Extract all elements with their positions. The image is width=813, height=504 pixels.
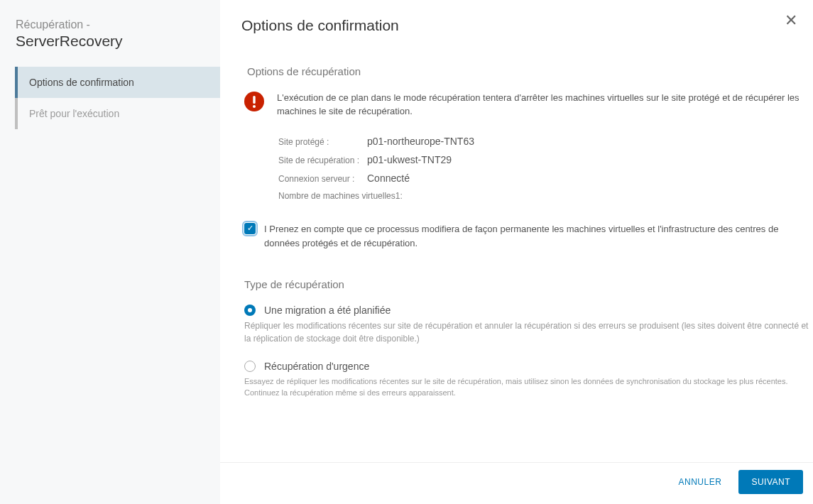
detail-row-recovery-site: Site de récupération : p01-ukwest-TNT29 — [278, 154, 813, 165]
warning-icon — [244, 92, 264, 114]
radio-selected-icon — [244, 305, 256, 316]
check-icon: ✓ — [247, 224, 253, 232]
footer: ANNULER SUIVANT — [220, 462, 813, 504]
next-button[interactable]: SUIVANT — [738, 470, 803, 494]
breadcrumb: Récupération - — [16, 18, 204, 31]
section-recovery-options-heading: Options de récupération — [241, 65, 813, 77]
radio-planned-desc: Répliquer les modifications récentes sur… — [241, 320, 813, 345]
section-recovery-type-heading: Type de récupération — [241, 278, 813, 290]
sidebar-steps: Options de confirmation Prêt pour l'exéc… — [15, 67, 220, 129]
radio-emergency-recovery[interactable]: Récupération d'urgence — [241, 361, 813, 372]
close-button[interactable]: ✕ — [785, 13, 797, 28]
acknowledge-label: I Prenez en compte que ce processus modi… — [264, 222, 813, 252]
detail-label: Connexion serveur : — [278, 174, 367, 184]
page-title: ServerRecovery — [16, 33, 204, 50]
detail-row-protected-site: Site protégé : p01-northeurope-TNT63 — [278, 136, 813, 147]
sidebar-step-label: Prêt pour l'exécution — [29, 108, 119, 119]
detail-label: Nombre de machines virtuelles1: — [278, 191, 403, 201]
detail-row-server-connection: Connexion serveur : Connecté — [278, 172, 813, 184]
radio-label: Récupération d'urgence — [264, 361, 369, 372]
sidebar-step-label: Options de confirmation — [29, 77, 134, 88]
radio-label: Une migration a été planifiée — [264, 305, 391, 316]
ack-text: Prenez en compte que ce processus modifi… — [264, 224, 778, 249]
sidebar-header: Récupération - ServerRecovery — [0, 13, 220, 67]
detail-label: Site de récupération : — [278, 155, 367, 165]
detail-value: Connecté — [367, 172, 410, 184]
main-title: Options de confirmation — [241, 17, 813, 34]
detail-block: Site protégé : p01-northeurope-TNT63 Sit… — [278, 136, 813, 201]
detail-row-vm-count: Nombre de machines virtuelles1: — [278, 191, 813, 201]
cancel-button[interactable]: ANNULER — [666, 470, 735, 494]
warning-row: L'exécution de ce plan dans le mode récu… — [241, 92, 813, 119]
acknowledge-checkbox-row: ✓ I Prenez en compte que ce processus mo… — [241, 222, 813, 252]
radio-emergency-desc: Essayez de répliquer les modifications r… — [241, 376, 813, 399]
acknowledge-checkbox[interactable]: ✓ — [244, 223, 256, 234]
detail-value: p01-northeurope-TNT63 — [367, 136, 474, 147]
svg-rect-1 — [253, 96, 255, 104]
detail-label: Site protégé : — [278, 137, 367, 147]
main-panel: Options de confirmation ✕ Options de réc… — [220, 0, 813, 504]
warning-text: L'exécution de ce plan dans le mode récu… — [277, 92, 813, 119]
radio-planned-migration[interactable]: Une migration a été planifiée — [241, 305, 813, 316]
sidebar-step-ready[interactable]: Prêt pour l'exécution — [18, 98, 220, 129]
close-icon: ✕ — [785, 11, 797, 29]
detail-value: p01-ukwest-TNT29 — [367, 154, 452, 165]
sidebar-step-confirmation[interactable]: Options de confirmation — [18, 67, 220, 98]
sidebar: Récupération - ServerRecovery Options de… — [0, 0, 220, 504]
svg-point-2 — [253, 105, 256, 108]
radio-empty-icon — [244, 361, 256, 372]
